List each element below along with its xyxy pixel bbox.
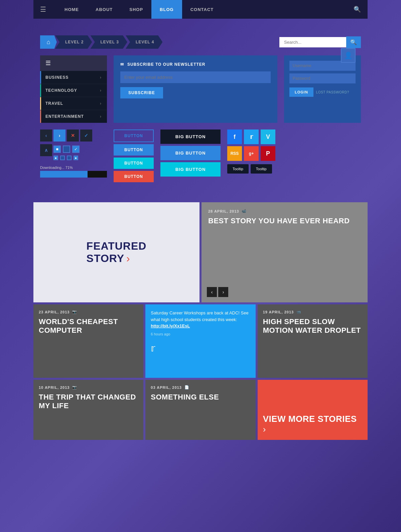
twitter-bird-icon: 𝕣 bbox=[151, 343, 250, 354]
lost-password-button[interactable]: LOST PASSWORD? bbox=[316, 87, 349, 97]
vimeo-icon[interactable]: V bbox=[261, 129, 275, 144]
chevron-icon: › bbox=[100, 101, 102, 106]
email-input[interactable] bbox=[120, 71, 271, 83]
top-navbar: ☰ HOME ABOUT SHOP BLOG CONTACT 🔍 bbox=[33, 0, 368, 19]
sidebar-label-technology: TECHNOLOGY bbox=[45, 88, 77, 93]
newsletter-box: ✉ SUBSCRIBE TO OUR NEWSLETTER SUBSCRIBE bbox=[114, 55, 277, 123]
story-main-meta: 28 APRIL, 2013 📹 bbox=[208, 209, 361, 213]
story3-card: 19 APRIL, 2013 📹 HIGH SPEED SLOW MOTION … bbox=[258, 304, 368, 378]
checkbox-2[interactable] bbox=[63, 146, 70, 153]
view-more-card[interactable]: VIEW MORE STORIES › bbox=[258, 380, 368, 440]
story3-meta: 19 APRIL, 2013 📹 bbox=[263, 310, 362, 314]
camera2-icon: 📷 bbox=[72, 385, 77, 389]
envelope-icon: ✉ bbox=[120, 62, 124, 67]
blog-bot-row: 10 APRIL, 2013 📷 THE TRIP THAT CHANGED M… bbox=[33, 380, 368, 440]
story-next-btn[interactable]: › bbox=[218, 287, 228, 297]
camera-icon: 📷 bbox=[72, 310, 77, 314]
featured-card[interactable]: FEATURED STORY › bbox=[33, 202, 199, 302]
story2-date: 23 APRIL, 2013 bbox=[39, 310, 70, 314]
breadcrumb-level3[interactable]: LEVEL 3 bbox=[90, 35, 127, 49]
twitter-text: Saturday Career Workshops are back at AD… bbox=[151, 310, 250, 329]
controls-row: ‹ › ✕ ✓ ∧ ■ ✓ ■ ■ bbox=[40, 129, 361, 182]
close-button[interactable]: ✕ bbox=[67, 129, 79, 142]
story4-meta: 10 APRIL, 2013 📷 bbox=[39, 385, 138, 389]
checkbox-7[interactable]: ■ bbox=[74, 156, 78, 160]
prev-button[interactable]: ‹ bbox=[40, 129, 52, 142]
nav-hamburger[interactable]: ☰ bbox=[40, 5, 46, 13]
search-button[interactable]: 🔍 bbox=[346, 36, 361, 48]
googleplus-icon[interactable]: g+ bbox=[244, 146, 259, 161]
story2-meta: 23 APRIL, 2013 📷 bbox=[39, 310, 138, 314]
nav-about[interactable]: ABOUT bbox=[87, 0, 121, 19]
progress-fill bbox=[40, 171, 88, 178]
nav-contact[interactable]: CONTACT bbox=[182, 0, 222, 19]
tooltip-1: Tooltip bbox=[227, 164, 249, 174]
story5-meta: 03 APRIL, 2013 📄 bbox=[151, 385, 250, 389]
twitter-icon[interactable]: 𝕣 bbox=[244, 129, 259, 144]
checkbox-4[interactable]: ■ bbox=[53, 156, 58, 160]
btn-solid-cyan[interactable]: BUTTON bbox=[114, 158, 154, 169]
video-icon: 📹 bbox=[242, 209, 247, 213]
checkbox-6[interactable] bbox=[67, 156, 72, 160]
password-input[interactable] bbox=[289, 73, 356, 83]
sidebar-item-travel[interactable]: TRAVEL › bbox=[40, 97, 107, 110]
story4-title: THE TRIP THAT CHANGED MY LIFE bbox=[39, 393, 138, 411]
nav-search-icon[interactable]: 🔍 bbox=[354, 6, 361, 13]
search-input[interactable] bbox=[279, 37, 346, 47]
view-more-arrow: › bbox=[263, 424, 266, 434]
up-button[interactable]: ∧ bbox=[40, 144, 52, 156]
checkbox-1[interactable]: ■ bbox=[53, 146, 61, 153]
story2-title: WORLD'S CHEAPEST COMPUTER bbox=[39, 317, 138, 335]
newsletter-title-text: SUBSCRIBE TO OUR NEWSLETTER bbox=[127, 62, 205, 67]
breadcrumb-home[interactable]: ⌂ bbox=[40, 35, 57, 49]
sidebar-item-business[interactable]: BUSINESS › bbox=[40, 71, 107, 84]
breadcrumb-level4[interactable]: LEVEL 4 bbox=[126, 35, 162, 49]
breadcrumb-level2[interactable]: LEVEL 2 bbox=[55, 35, 92, 49]
progress-track bbox=[40, 171, 107, 178]
story-main-date: 28 APRIL, 2013 bbox=[208, 209, 239, 213]
checkbox-3[interactable]: ✓ bbox=[72, 146, 80, 153]
featured-subtitle: STORY bbox=[87, 252, 124, 265]
btn-solid-blue[interactable]: BUTTON bbox=[114, 144, 154, 156]
big-btn-dark[interactable]: BIG BUTTON bbox=[160, 129, 221, 144]
story3-title: HIGH SPEED SLOW MOTION WATER DROPLET bbox=[263, 317, 362, 335]
story4-card: 10 APRIL, 2013 📷 THE TRIP THAT CHANGED M… bbox=[33, 380, 143, 440]
tooltip-2: Tooltip bbox=[251, 164, 272, 174]
story3-date: 19 APRIL, 2013 bbox=[263, 310, 294, 314]
featured-arrow: › bbox=[126, 252, 130, 265]
sidebar-toggle[interactable]: ☰ bbox=[40, 55, 107, 71]
story2-card: 23 APRIL, 2013 📷 WORLD'S CHEAPEST COMPUT… bbox=[33, 304, 143, 378]
twitter-link[interactable]: http://bit.ly/Xx1EsL bbox=[151, 323, 190, 328]
big-btn-cyan[interactable]: BIG BUTTON bbox=[160, 162, 221, 177]
rss-icon[interactable]: RSS bbox=[227, 146, 242, 161]
story5-title: SOMETHING ELSE bbox=[151, 393, 250, 402]
chevron-icon: › bbox=[100, 88, 102, 93]
checkbox-5[interactable] bbox=[60, 156, 65, 160]
sidebar-item-entertainment[interactable]: ENTERTAINMENT › bbox=[40, 110, 107, 123]
facebook-icon[interactable]: f bbox=[227, 129, 242, 144]
nav-home[interactable]: HOME bbox=[56, 0, 87, 19]
nav-shop[interactable]: SHOP bbox=[121, 0, 151, 19]
pinterest-icon[interactable]: P bbox=[261, 146, 275, 161]
check-button[interactable]: ✓ bbox=[80, 129, 92, 142]
login-btns: LOGIN LOST PASSWORD? bbox=[289, 87, 356, 97]
video2-icon: 📹 bbox=[296, 310, 301, 314]
ui-kit-section: ⌂ LEVEL 2 LEVEL 3 LEVEL 4 🔍 ☰ BUSINESS ›… bbox=[33, 29, 368, 189]
sidebar-label-business: BUSINESS bbox=[45, 75, 69, 80]
btn-solid-red[interactable]: BUTTON bbox=[114, 171, 154, 182]
login-button[interactable]: LOGIN bbox=[289, 87, 313, 97]
sidebar-item-technology[interactable]: TECHNOLOGY › bbox=[40, 84, 107, 97]
view-more-title: VIEW MORE STORIES bbox=[263, 414, 357, 424]
big-btn-blue[interactable]: BIG BUTTON bbox=[160, 146, 221, 160]
next-button[interactable]: › bbox=[53, 129, 65, 142]
nav-blog[interactable]: BLOG bbox=[151, 0, 182, 19]
breadcrumb: ⌂ LEVEL 2 LEVEL 3 LEVEL 4 🔍 bbox=[40, 35, 361, 49]
story5-date: 03 APRIL, 2013 bbox=[151, 385, 181, 389]
newsletter-title: ✉ SUBSCRIBE TO OUR NEWSLETTER bbox=[120, 62, 271, 67]
blog-section: FEATURED STORY › 28 APRIL, 2013 📹 BEST S… bbox=[33, 202, 368, 440]
btn-outline-1[interactable]: BUTTON bbox=[114, 129, 154, 142]
social-icons: f 𝕣 V RSS g+ P Tooltip Tooltip bbox=[227, 129, 275, 174]
sidebar-label-travel: TRAVEL bbox=[45, 101, 63, 106]
story-prev-btn[interactable]: ‹ bbox=[207, 287, 217, 297]
subscribe-button[interactable]: SUBSCRIBE bbox=[120, 87, 163, 98]
